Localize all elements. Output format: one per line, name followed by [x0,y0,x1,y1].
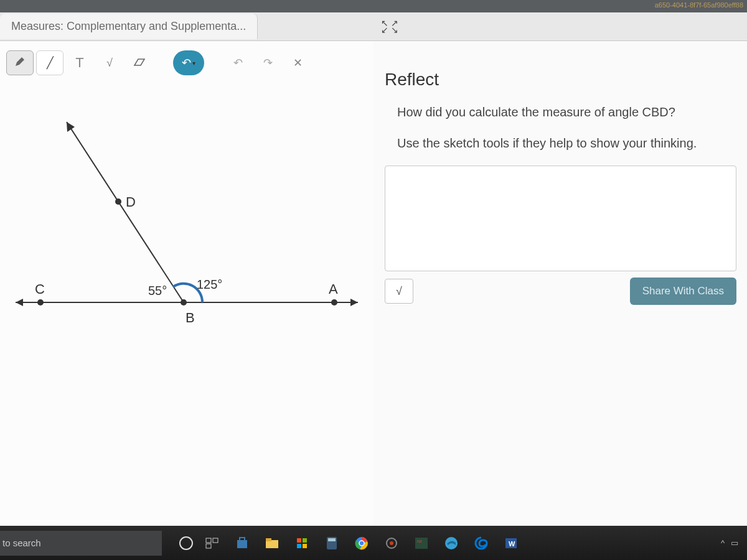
svg-marker-2 [350,299,358,306]
svg-rect-13 [240,538,245,541]
question-2: Use the sketch tools if they help to sho… [385,134,740,152]
answer-toolbar: √ Share With Class [385,278,736,305]
tab-title: Measures: Complementary and Supplementa.… [11,20,246,32]
nearpod-icon[interactable]: NZ [411,533,432,554]
store-icon[interactable] [232,533,253,554]
svg-text:NZ: NZ [417,539,422,543]
svg-rect-17 [303,538,307,543]
svg-rect-18 [297,544,301,548]
angle-cbd-label: 55° [148,284,167,298]
svg-line-3 [67,122,184,302]
pen-tool[interactable] [6,50,34,75]
sketch-toolbar: ╱ T √ ↶ ▾ ↶ ↷ [0,41,374,85]
question-1: How did you calculate the measure of ang… [385,103,740,121]
chevron-down-icon: ▾ [192,60,195,67]
chrome-icon[interactable] [351,533,372,554]
svg-point-24 [359,541,364,546]
diagram-svg [0,85,374,433]
settings-icon[interactable] [381,533,402,554]
file-explorer-icon[interactable] [261,533,283,554]
redo-icon: ↷ [263,56,273,70]
word-icon[interactable]: W [500,533,522,554]
angle-dba-label: 125° [197,278,222,292]
browser-url-bar: a650-4041-8f7f-65af980eff88 [0,0,747,12]
tray-chevron-icon[interactable]: ^ [721,538,725,548]
edge-icon[interactable] [471,533,492,554]
line-icon: ╱ [47,56,54,70]
edge-legacy-icon[interactable] [441,533,462,554]
text-icon: T [75,55,83,71]
svg-marker-4 [67,122,75,132]
redo-button[interactable]: ↷ [254,50,281,75]
svg-marker-1 [16,299,23,306]
label-point-b: B [186,310,195,326]
reflect-panel: ↖ ↗ ↙ ↘ Reflect How did you calculate th… [374,41,747,526]
svg-point-6 [331,299,337,306]
svg-point-8 [115,198,121,205]
clear-button[interactable]: ✕ [284,50,311,75]
app-content: ╱ T √ ↶ ▾ ↶ ↷ [0,40,747,526]
system-tray: ^ ▭ [721,538,738,548]
taskbar-app-icons: NZ W [179,533,522,554]
sqrt-icon: √ [106,57,113,70]
expand-icon-2: ↙ ↘ [381,27,398,34]
svg-rect-11 [206,544,211,548]
cortana-icon[interactable] [179,536,193,550]
label-point-c: C [35,281,45,297]
undo-button[interactable]: ↶ [224,50,251,75]
insert-math-button[interactable]: √ [385,279,413,304]
reflect-heading: Reflect [385,70,740,90]
svg-point-26 [390,541,393,545]
eraser-tool[interactable] [126,50,153,75]
sketch-panel: ╱ T √ ↶ ▾ ↶ ↷ [0,41,374,526]
browser-tab-bar: Measures: Complementary and Supplementa.… [0,12,747,40]
svg-rect-15 [266,538,271,541]
pen-icon [14,56,26,70]
label-point-a: A [329,281,338,297]
svg-point-7 [181,299,187,306]
svg-rect-16 [297,538,301,543]
sqrt-icon: √ [396,285,402,298]
svg-rect-10 [213,538,218,543]
share-with-class-button[interactable]: Share With Class [630,278,736,305]
label-point-d: D [126,194,136,210]
svg-rect-9 [206,538,211,543]
svg-text:W: W [509,540,515,548]
line-tool[interactable]: ╱ [36,50,63,75]
taskbar-search[interactable]: to search [0,531,162,556]
microsoft-store-icon[interactable] [291,533,312,554]
calculator-icon[interactable] [321,533,342,554]
search-placeholder: to search [2,538,41,548]
answer-textarea[interactable] [385,166,736,271]
close-icon: ✕ [293,56,303,70]
color-picker[interactable]: ↶ ▾ [173,50,204,75]
text-tool[interactable]: T [66,50,93,75]
svg-rect-21 [328,538,336,541]
expand-collapse-button[interactable]: ↖ ↗ ↙ ↘ [381,20,398,34]
tray-battery-icon[interactable]: ▭ [731,538,738,548]
task-view-icon[interactable] [202,533,223,554]
browser-tab-active[interactable]: Measures: Complementary and Supplementa.… [0,14,258,39]
eraser-icon [133,57,146,70]
math-tool[interactable]: √ [96,50,123,75]
undo-icon: ↶ [233,56,243,70]
url-fragment: a650-4041-8f7f-65af980eff88 [655,1,743,9]
svg-rect-19 [303,544,307,548]
windows-taskbar: to search NZ [0,526,747,560]
color-swirl-icon: ↶ [182,56,191,70]
svg-point-5 [37,299,44,306]
sketch-canvas[interactable]: C A B D 55° 125° [0,85,374,433]
